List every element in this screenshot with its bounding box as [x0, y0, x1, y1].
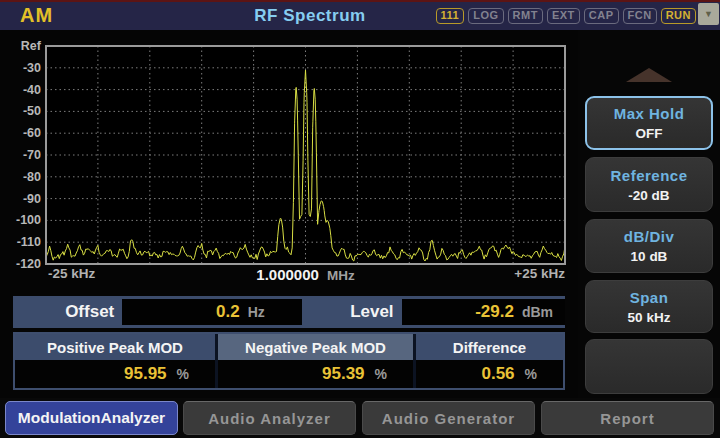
mod-table-header-negative: Negative Peak MOD [218, 334, 416, 360]
y-axis-label: -60 [23, 126, 41, 140]
status-badge-fcn: FCN [623, 8, 657, 24]
difference-cell: 0.56 % [416, 360, 563, 388]
negative-peak-mod-cell: 95.39 % [218, 360, 416, 388]
status-badge-log: LOG [468, 8, 503, 24]
level-label: Level [302, 296, 402, 328]
y-axis-label: -100 [16, 213, 41, 227]
status-badge-cap: CAP [584, 8, 619, 24]
softkey-value: -20 dB [628, 188, 669, 203]
chevron-down-icon: ▼ [704, 10, 713, 19]
center-frequency-value: 1.000000 [256, 266, 319, 283]
positive-peak-mod-value: 95.95 [124, 364, 167, 384]
y-axis-label: -50 [23, 104, 41, 118]
y-axis-label: -80 [23, 170, 41, 184]
corner-dropdown-button[interactable]: ▼ [698, 3, 719, 25]
softkey-sidebar: Max Hold OFF Reference -20 dB dB/Div 10 … [578, 30, 720, 398]
softkey-reference[interactable]: Reference -20 dB [585, 157, 713, 212]
positive-peak-mod-unit: % [177, 366, 189, 382]
tab-modulation-analyzer[interactable]: ModulationAnalyzer [5, 401, 178, 435]
softkey-label: Reference [610, 167, 687, 184]
offset-value: 0.2 [216, 302, 240, 322]
tab-audio-analyzer[interactable]: Audio Analyzer [183, 401, 356, 435]
level-value-box: -29.2 dBm [402, 299, 565, 325]
softkey-max-hold[interactable]: Max Hold OFF [585, 96, 713, 150]
y-axis-label: -120 [16, 257, 41, 271]
softkey-label: dB/Div [624, 228, 675, 245]
mod-table-value-row: 95.95 % 95.39 % 0.56 % [15, 360, 563, 388]
level-value: -29.2 [475, 302, 514, 322]
softkey-value: OFF [636, 126, 663, 141]
status-badge-111: 111 [436, 8, 465, 24]
x-axis-right-label: +25 kHz [514, 266, 565, 281]
softkey-value: 10 dB [631, 249, 668, 264]
mod-table: Positive Peak MOD Negative Peak MOD Diff… [13, 332, 565, 390]
mod-table-header-difference: Difference [416, 334, 563, 360]
offset-label: Offset [13, 296, 122, 328]
y-axis-ref-label: Ref [21, 39, 42, 53]
positive-peak-mod-cell: 95.95 % [15, 360, 218, 388]
level-unit: dBm [522, 304, 553, 320]
status-badges: 111 LOG RMT EXT CAP FCN RUN [436, 2, 696, 30]
negative-peak-mod-value: 95.39 [322, 364, 365, 384]
difference-unit: % [525, 366, 537, 382]
softkey-label: Span [630, 289, 669, 306]
center-frequency-unit: MHz [327, 268, 355, 283]
instrument-screen: AM RF Spectrum 111 LOG RMT EXT CAP FCN R… [0, 0, 720, 438]
status-badge-run: RUN [661, 8, 696, 24]
status-badge-ext: EXT [547, 8, 580, 24]
x-axis-center-label: 1.000000MHz [46, 266, 565, 283]
scroll-up-arrow[interactable] [578, 68, 720, 82]
mod-table-header-positive: Positive Peak MOD [15, 334, 218, 360]
offset-unit: Hz [248, 304, 274, 320]
difference-value: 0.56 [481, 364, 514, 384]
softkey-label: Max Hold [614, 105, 685, 122]
softkey-db-div[interactable]: dB/Div 10 dB [585, 219, 713, 273]
y-axis-label: -70 [23, 148, 41, 162]
triangle-up-icon [626, 68, 672, 82]
softkey-span[interactable]: Span 50 kHz [585, 280, 713, 333]
y-axis-label: -110 [17, 235, 41, 249]
y-axis-label: -90 [23, 192, 41, 206]
softkey-blank[interactable] [585, 339, 713, 394]
status-badge-rmt: RMT [508, 8, 543, 24]
negative-peak-mod-unit: % [375, 366, 387, 382]
offset-value-box: 0.2 Hz [122, 299, 301, 325]
tab-audio-generator[interactable]: Audio Generator [362, 401, 535, 435]
bottom-tab-bar: ModulationAnalyzer Audio Analyzer Audio … [0, 398, 720, 438]
title-bar: AM RF Spectrum 111 LOG RMT EXT CAP FCN R… [0, 2, 720, 30]
softkey-value: 50 kHz [628, 310, 671, 325]
offset-level-bar: Offset 0.2 Hz Level -29.2 dBm [13, 296, 565, 328]
y-axis-label: -40 [23, 83, 41, 97]
mod-table-header-row: Positive Peak MOD Negative Peak MOD Diff… [15, 334, 563, 360]
spectrum-plot: Ref-30-40-50-60-70-80-90-100-110-120 [0, 30, 578, 285]
tab-report[interactable]: Report [541, 401, 714, 435]
y-axis-label: -30 [23, 61, 41, 75]
x-axis-labels: -25 kHz 1.000000MHz +25 kHz [46, 266, 565, 284]
